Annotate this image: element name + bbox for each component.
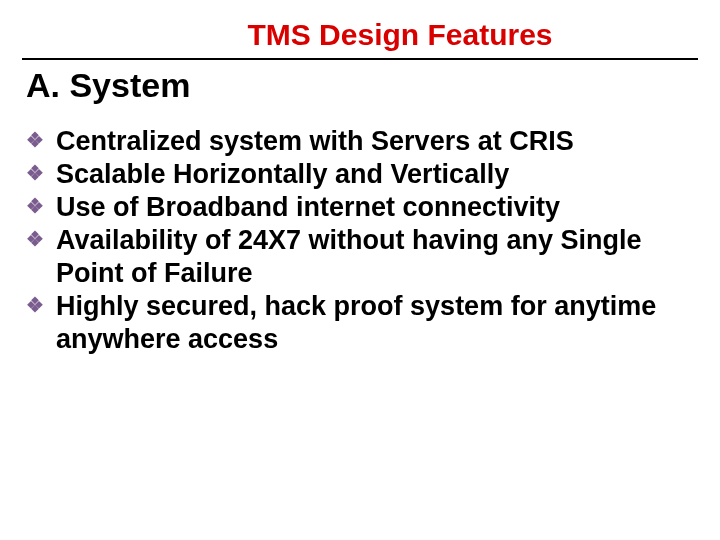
list-item: ❖ Use of Broadband internet connectivity (26, 191, 698, 224)
diamond-bullet-icon: ❖ (26, 164, 44, 182)
diamond-bullet-icon: ❖ (26, 197, 44, 215)
diamond-bullet-icon: ❖ (26, 296, 44, 314)
bullet-list: ❖ Centralized system with Servers at CRI… (22, 125, 698, 356)
bullet-text: Scalable Horizontally and Vertically (56, 159, 509, 189)
slide-title: TMS Design Features (22, 18, 698, 60)
section-heading: A. System (22, 66, 698, 105)
list-item: ❖ Centralized system with Servers at CRI… (26, 125, 698, 158)
slide: TMS Design Features A. System ❖ Centrali… (0, 0, 720, 540)
bullet-text: Centralized system with Servers at CRIS (56, 126, 574, 156)
bullet-text: Use of Broadband internet connectivity (56, 192, 560, 222)
bullet-text: Availability of 24X7 without having any … (56, 225, 642, 288)
list-item: ❖ Highly secured, hack proof system for … (26, 290, 698, 356)
diamond-bullet-icon: ❖ (26, 131, 44, 149)
bullet-text: Highly secured, hack proof system for an… (56, 291, 656, 354)
list-item: ❖ Availability of 24X7 without having an… (26, 224, 698, 290)
list-item: ❖ Scalable Horizontally and Vertically (26, 158, 698, 191)
diamond-bullet-icon: ❖ (26, 230, 44, 248)
